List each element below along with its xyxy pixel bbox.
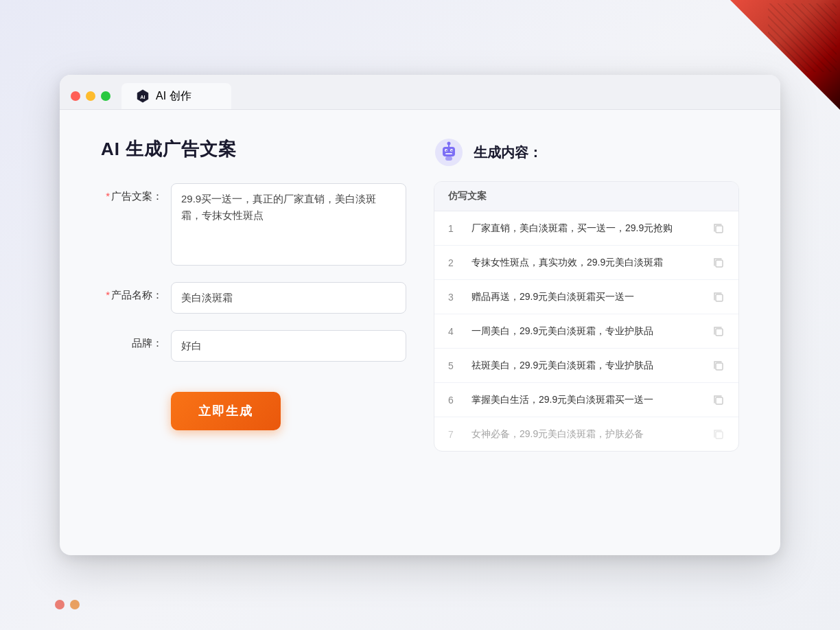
ad-copy-group: *广告文案： 29.9买一送一，真正的厂家直销，美白淡斑霜，专抹女性斑点 <box>101 183 406 266</box>
result-text: 掌握美白生活，29.9元美白淡斑霜买一送一 <box>471 393 703 407</box>
right-panel-title: 生成内容： <box>474 143 542 162</box>
browser-window: AI AI 创作 AI 生成广告文案 *广告文案： 29.9买一送一，真正的厂家… <box>60 75 780 555</box>
product-name-group: *产品名称： <box>101 282 406 314</box>
result-num: 2 <box>448 257 462 268</box>
svg-rect-13 <box>716 260 723 267</box>
result-item: 1 厂家直销，美白淡斑霜，买一送一，29.9元抢购 <box>434 211 738 246</box>
left-panel: AI 生成广告文案 *广告文案： 29.9买一送一，真正的厂家直销，美白淡斑霜，… <box>101 137 406 522</box>
result-item: 5 祛斑美白，29.9元美白淡斑霜，专业护肤品 <box>434 349 738 383</box>
svg-rect-10 <box>445 153 452 154</box>
copy-icon[interactable] <box>712 428 725 441</box>
svg-rect-12 <box>716 226 723 233</box>
ai-tab-icon: AI <box>135 89 150 104</box>
minimize-button[interactable] <box>86 91 95 101</box>
result-num: 6 <box>448 395 462 406</box>
result-num: 4 <box>448 326 462 337</box>
result-text: 专抹女性斑点，真实功效，29.9元美白淡斑霜 <box>471 255 703 270</box>
result-text: 厂家直销，美白淡斑霜，买一送一，29.9元抢购 <box>471 221 703 235</box>
brand-input[interactable] <box>171 330 406 362</box>
required-star-1: * <box>106 190 110 202</box>
result-item: 6 掌握美白生活，29.9元美白淡斑霜买一送一 <box>434 383 738 417</box>
ad-copy-label: *广告文案： <box>101 183 163 203</box>
svg-rect-3 <box>443 147 455 156</box>
result-item: 7 女神必备，29.9元美白淡斑霜，护肤必备 <box>434 417 738 451</box>
window-controls <box>71 91 110 109</box>
result-num: 3 <box>448 292 462 303</box>
right-panel: 生成内容： 仿写文案 1 厂家直销，美白淡斑霜，买一送一，29.9元抢购 2 专… <box>434 137 739 522</box>
page-title: AI 生成广告文案 <box>101 137 406 161</box>
copy-icon[interactable] <box>712 325 725 338</box>
result-text: 赠品再送，29.9元美白淡斑霜买一送一 <box>471 290 703 304</box>
product-name-input[interactable] <box>171 282 406 314</box>
result-num: 1 <box>448 223 462 234</box>
browser-chrome: AI AI 创作 <box>60 75 780 110</box>
result-container: 仿写文案 1 厂家直销，美白淡斑霜，买一送一，29.9元抢购 2 专抹女性斑点，… <box>434 181 739 452</box>
svg-point-8 <box>446 150 447 152</box>
robot-icon <box>434 137 464 167</box>
copy-icon[interactable] <box>712 291 725 303</box>
copy-icon[interactable] <box>712 222 725 235</box>
right-header: 生成内容： <box>434 137 739 167</box>
brand-label: 品牌： <box>101 330 163 350</box>
copy-icon[interactable] <box>712 360 725 372</box>
browser-content: AI 生成广告文案 *广告文案： 29.9买一送一，真正的厂家直销，美白淡斑霜，… <box>60 110 780 549</box>
close-button[interactable] <box>71 91 80 101</box>
maximize-button[interactable] <box>101 91 110 101</box>
dot-red <box>55 600 65 609</box>
svg-rect-11 <box>445 156 452 161</box>
ad-copy-input[interactable]: 29.9买一送一，真正的厂家直销，美白淡斑霜，专抹女性斑点 <box>171 183 406 266</box>
bottom-decoration <box>55 600 80 609</box>
result-item: 4 一周美白，29.9元美白淡斑霜，专业护肤品 <box>434 314 738 349</box>
svg-rect-16 <box>716 363 723 370</box>
svg-text:AI: AI <box>140 94 145 100</box>
required-star-2: * <box>106 289 110 301</box>
dot-orange <box>70 600 80 609</box>
result-item: 3 赠品再送，29.9元美白淡斑霜买一送一 <box>434 280 738 314</box>
tab-label: AI 创作 <box>156 89 191 104</box>
result-text: 祛斑美白，29.9元美白淡斑霜，专业护肤品 <box>471 358 703 373</box>
product-name-label: *产品名称： <box>101 282 163 302</box>
copy-icon[interactable] <box>712 394 725 406</box>
result-text: 一周美白，29.9元美白淡斑霜，专业护肤品 <box>471 324 703 338</box>
result-list: 1 厂家直销，美白淡斑霜，买一送一，29.9元抢购 2 专抹女性斑点，真实功效，… <box>434 211 738 451</box>
brand-group: 品牌： <box>101 330 406 362</box>
svg-rect-15 <box>716 329 723 336</box>
copy-icon[interactable] <box>712 257 725 269</box>
svg-point-9 <box>452 150 453 152</box>
result-num: 7 <box>448 429 462 440</box>
svg-point-5 <box>447 142 451 145</box>
svg-rect-17 <box>716 397 723 404</box>
browser-tab[interactable]: AI AI 创作 <box>121 83 231 109</box>
svg-rect-18 <box>716 432 723 439</box>
result-text: 女神必备，29.9元美白淡斑霜，护肤必备 <box>471 427 703 441</box>
result-column-header: 仿写文案 <box>434 182 738 211</box>
result-item: 2 专抹女性斑点，真实功效，29.9元美白淡斑霜 <box>434 246 738 280</box>
svg-rect-14 <box>716 294 723 301</box>
result-num: 5 <box>448 360 462 371</box>
generate-button[interactable]: 立即生成 <box>171 392 281 430</box>
